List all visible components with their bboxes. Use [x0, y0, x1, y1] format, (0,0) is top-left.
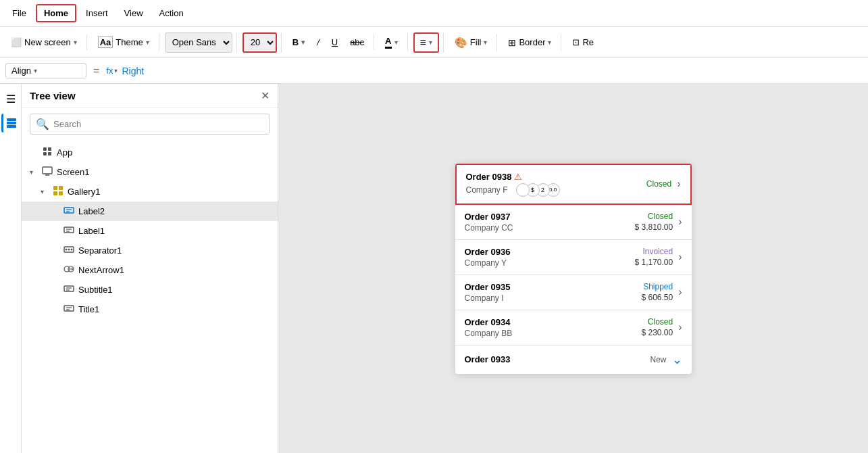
label1-icon	[63, 224, 74, 237]
tree-item-app[interactable]: App	[22, 143, 278, 162]
row-subtitle-1: Company F	[466, 185, 508, 195]
align-button[interactable]: ≡ ▾	[413, 32, 439, 53]
bold-button[interactable]: B ▾	[287, 34, 310, 50]
svg-rect-28	[64, 306, 74, 311]
nextarrow1-icon	[63, 264, 74, 277]
align-icon: ≡	[420, 37, 426, 49]
border-icon: ⊞	[508, 37, 516, 48]
tree-item-title1-label: Title1	[78, 304, 99, 314]
menu-bar: File Home Insert View Action	[0, 0, 868, 27]
menu-file[interactable]: File	[5, 5, 33, 21]
theme-icon: Aa	[98, 37, 113, 48]
row-status-2: Closed	[648, 212, 673, 221]
svg-rect-12	[59, 191, 63, 195]
chevron-right-1: ›	[677, 178, 680, 190]
tree-item-subtitle1[interactable]: Subtitle1	[22, 280, 278, 300]
underline-button[interactable]: U	[326, 34, 343, 50]
svg-point-20	[66, 249, 68, 251]
chevron-right-2: ›	[678, 216, 682, 228]
gallery-row-4[interactable]: Order 0935 Company I Shipped $ 606.50 ›	[455, 275, 692, 310]
row-title-2: Order 0937	[465, 212, 635, 222]
layers-icon-button[interactable]	[1, 114, 20, 133]
chevron-down-6: ⌄	[672, 352, 682, 367]
tree-close-button[interactable]: ✕	[261, 89, 270, 102]
property-caret: ▾	[34, 67, 37, 74]
font-size-group: 20	[242, 32, 282, 53]
fill-label: Fill	[470, 37, 482, 47]
row-subtitle-4: Company I	[465, 293, 642, 303]
tree-item-subtitle1-label: Subtitle1	[78, 285, 113, 295]
tree-item-label1[interactable]: Label1	[22, 221, 278, 241]
tree-item-gallery1-label: Gallery1	[68, 187, 100, 197]
new-screen-label: New screen	[24, 37, 71, 47]
sidebar-icons: ☰	[0, 84, 22, 453]
new-screen-button[interactable]: ⬜ New screen ▾	[5, 34, 82, 50]
theme-button[interactable]: Aa Theme ▾	[93, 34, 155, 51]
row-amount-4: $ 606.50	[641, 293, 673, 302]
svg-rect-2	[7, 125, 16, 128]
fill-button[interactable]: 🎨 Fill ▾	[449, 34, 493, 51]
theme-group: Aa Theme ▾	[93, 34, 159, 51]
svg-rect-10	[59, 186, 63, 190]
italic-icon: /	[317, 37, 320, 47]
row-title-6: Order 0933	[465, 354, 650, 364]
chevron-right-3: ›	[678, 251, 682, 263]
reorder-button[interactable]: ⊡ Re	[567, 34, 599, 50]
row-status-4: Shipped	[643, 282, 673, 291]
row-right-6: New	[650, 355, 666, 364]
row-title-3: Order 0936	[465, 247, 635, 257]
formula-value: Right	[122, 66, 863, 76]
border-button[interactable]: ⊞ Border ▾	[503, 34, 557, 51]
gallery-row-5[interactable]: Order 0934 Company BB Closed $ 230.00 ›	[455, 310, 692, 345]
menu-action[interactable]: Action	[153, 5, 190, 21]
svg-rect-11	[53, 191, 57, 195]
bold-icon: B	[292, 37, 299, 47]
tree-item-nextarrow1[interactable]: NextArrow1	[22, 260, 278, 280]
tree-item-title1[interactable]: Title1	[22, 300, 278, 319]
svg-rect-16	[64, 227, 74, 233]
font-select[interactable]: Open Sans	[165, 32, 232, 53]
row-right-2: Closed $ 3,810.00	[634, 212, 673, 232]
font-color-group: A ▾	[380, 33, 407, 51]
row-subtitle-2: Company CC	[465, 223, 635, 233]
strikethrough-icon: abc	[350, 37, 364, 47]
fx-button[interactable]: fx ▾	[106, 66, 118, 76]
tree-item-screen1[interactable]: ▾ Screen1	[22, 162, 278, 182]
row-left-6: Order 0933	[465, 354, 650, 364]
gallery-icon	[53, 185, 63, 198]
property-dropdown[interactable]: Align ▾	[5, 63, 86, 78]
border-group: ⊞ Border ▾	[503, 34, 561, 51]
circle-1	[516, 183, 530, 197]
font-group: Open Sans	[165, 32, 237, 53]
row-status-3: Invoiced	[642, 247, 673, 256]
svg-rect-4	[48, 147, 51, 151]
tree-item-label2[interactable]: Label2	[22, 201, 278, 221]
gallery-row-2[interactable]: Order 0937 Company CC Closed $ 3,810.00 …	[455, 205, 692, 240]
font-color-button[interactable]: A ▾	[380, 33, 403, 51]
tree-header: Tree view ✕	[22, 84, 278, 108]
tree-title: Tree view	[30, 90, 76, 101]
menu-view[interactable]: View	[118, 5, 150, 21]
strikethrough-button[interactable]: abc	[344, 34, 369, 50]
separator1-icon	[63, 244, 74, 257]
main-content: ☰ Tree view ✕ 🔍 App	[0, 84, 868, 453]
reorder-icon: ⊡	[572, 37, 580, 47]
warning-icon-1: ⚠	[514, 172, 522, 182]
svg-rect-13	[64, 208, 74, 213]
title1-icon	[63, 303, 74, 316]
gallery-row-6[interactable]: Order 0933 New ⌄	[455, 345, 692, 374]
label2-icon	[63, 205, 74, 218]
search-input[interactable]	[53, 119, 263, 129]
fill-group: 🎨 Fill ▾	[449, 34, 498, 51]
tree-item-separator1[interactable]: Separator1	[22, 241, 278, 260]
tree-search-box: 🔍	[30, 114, 270, 135]
font-size-select[interactable]: 20	[242, 32, 277, 53]
tree-item-gallery1[interactable]: ▾ Gallery1	[22, 182, 278, 201]
italic-button[interactable]: /	[311, 34, 325, 50]
hamburger-icon-button[interactable]: ☰	[1, 89, 20, 108]
menu-home[interactable]: Home	[36, 4, 76, 22]
menu-insert[interactable]: Insert	[79, 5, 115, 21]
formula-bar: Align ▾ = fx ▾ Right	[0, 58, 868, 84]
gallery-row-3[interactable]: Order 0936 Company Y Invoiced $ 1,170.00…	[455, 240, 692, 275]
gallery-row-1[interactable]: Order 0938 ⚠ Company F $ 2 0.0	[455, 164, 692, 205]
